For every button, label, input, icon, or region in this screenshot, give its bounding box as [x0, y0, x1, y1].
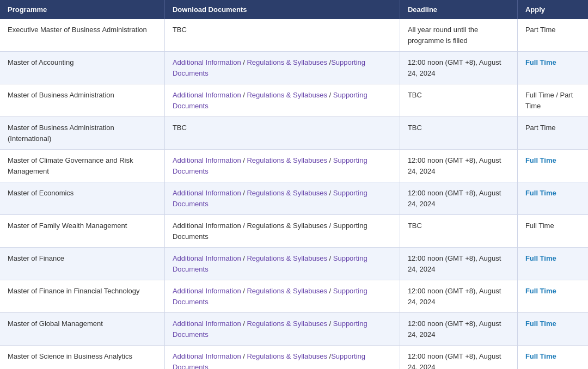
apply-label: Full Time: [525, 319, 556, 328]
table-row: Master of Science in Business AnalyticsA…: [0, 346, 588, 370]
cell-deadline: All year round until the programme is fi…: [400, 19, 517, 52]
table-row: Executive Master of Business Administrat…: [0, 19, 588, 52]
cell-deadline: 12:00 noon (GMT +8), August 24, 2024: [400, 313, 517, 346]
cell-apply: Full Time: [517, 248, 588, 280]
cell-deadline: 12:00 noon (GMT +8), August 24, 2024: [400, 248, 517, 280]
apply-label: Full Time: [525, 58, 556, 66]
document-link[interactable]: Additional Information: [173, 287, 241, 295]
document-link[interactable]: Regulations & Syllabuses: [247, 352, 327, 360]
cell-documents: Additional Information / Regulations & S…: [164, 52, 400, 84]
document-link[interactable]: Regulations & Syllabuses: [247, 58, 327, 66]
cell-deadline: TBC: [400, 117, 517, 150]
document-link[interactable]: Regulations & Syllabuses: [247, 91, 327, 99]
apply-label: Full Time / Part Time: [525, 91, 573, 110]
cell-apply: Full Time: [517, 280, 588, 313]
cell-programme: Master of Science in Business Analytics: [0, 346, 164, 370]
cell-apply: Full Time: [517, 52, 588, 84]
main-table-wrapper: Programme Download Documents Deadline Ap…: [0, 0, 588, 369]
cell-deadline: 12:00 noon (GMT +8), August 24, 2024: [400, 150, 517, 182]
apply-label: Full Time: [525, 222, 554, 230]
cell-documents: Additional Information / Regulations & S…: [164, 280, 400, 313]
document-link[interactable]: Additional Information: [173, 254, 241, 262]
doc-separator: /: [241, 319, 247, 328]
table-header-row: Programme Download Documents Deadline Ap…: [0, 0, 588, 19]
doc-separator: /: [241, 58, 247, 66]
cell-deadline: 12:00 noon (GMT +8), August 24, 2024: [400, 280, 517, 313]
cell-documents: Additional Information / Regulations & S…: [164, 346, 400, 370]
cell-deadline: 12:00 noon (GMT +8), August 24, 2024: [400, 182, 517, 215]
document-link[interactable]: Regulations & Syllabuses: [247, 189, 327, 197]
header-programme: Programme: [0, 0, 164, 19]
cell-apply: Part Time: [517, 117, 588, 150]
document-link[interactable]: Additional Information: [173, 91, 241, 99]
doc-separator: /: [327, 222, 333, 230]
cell-deadline: TBC: [400, 215, 517, 248]
cell-programme: Master of Business Administration (Inter…: [0, 117, 164, 150]
cell-programme: Master of Climate Governance and Risk Ma…: [0, 150, 164, 182]
cell-apply: Part Time: [517, 19, 588, 52]
cell-apply: Full Time: [517, 150, 588, 182]
header-download: Download Documents: [164, 0, 400, 19]
doc-separator: /: [327, 189, 333, 197]
doc-separator: /: [241, 189, 247, 197]
cell-documents: Additional Information / Regulations & S…: [164, 182, 400, 215]
cell-programme: Master of Economics: [0, 182, 164, 215]
doc-separator: /: [241, 254, 247, 262]
cell-documents: TBC: [164, 117, 400, 150]
document-link[interactable]: Regulations & Syllabuses: [247, 287, 327, 295]
cell-programme: Master of Accounting: [0, 52, 164, 84]
cell-apply: Full Time: [517, 313, 588, 346]
programmes-table: Programme Download Documents Deadline Ap…: [0, 0, 588, 369]
document-link[interactable]: Regulations & Syllabuses: [247, 156, 327, 164]
table-row: Master of FinanceAdditional Information …: [0, 248, 588, 280]
document-link[interactable]: Additional Information: [173, 58, 241, 66]
cell-documents: Additional Information / Regulations & S…: [164, 215, 400, 248]
doc-separator: /: [241, 156, 247, 164]
document-link[interactable]: Additional Information: [173, 352, 241, 360]
doc-separator: /: [327, 254, 333, 262]
cell-programme: Master of Business Administration: [0, 84, 164, 117]
document-link[interactable]: Additional Information: [173, 156, 241, 164]
cell-programme: Master of Global Management: [0, 313, 164, 346]
cell-deadline: 12:00 noon (GMT +8), August 24, 2024: [400, 346, 517, 370]
document-link[interactable]: Additional Information: [173, 189, 241, 197]
apply-label: Full Time: [525, 156, 556, 164]
cell-documents: Additional Information / Regulations & S…: [164, 313, 400, 346]
cell-apply: Full Time: [517, 215, 588, 248]
table-row: Master of Family Wealth ManagementAdditi…: [0, 215, 588, 248]
cell-documents: TBC: [164, 19, 400, 52]
cell-deadline: TBC: [400, 84, 517, 117]
doc-separator: /: [241, 222, 247, 230]
doc-separator: /: [241, 352, 247, 360]
cell-documents: Additional Information / Regulations & S…: [164, 84, 400, 117]
apply-label: Part Time: [525, 26, 556, 34]
apply-label: Part Time: [525, 124, 556, 132]
table-row: Master of Finance in Financial Technolog…: [0, 280, 588, 313]
cell-documents: Additional Information / Regulations & S…: [164, 248, 400, 280]
document-link[interactable]: Additional Information: [173, 319, 241, 328]
apply-label: Full Time: [525, 254, 556, 262]
header-deadline: Deadline: [400, 0, 517, 19]
cell-programme: Executive Master of Business Administrat…: [0, 19, 164, 52]
cell-apply: Full Time: [517, 182, 588, 215]
doc-separator: /: [327, 319, 333, 328]
cell-programme: Master of Finance: [0, 248, 164, 280]
table-row: Master of Business Administration (Inter…: [0, 117, 588, 150]
cell-deadline: 12:00 noon (GMT +8), August 24, 2024: [400, 52, 517, 84]
apply-label: Full Time: [525, 189, 556, 197]
doc-separator: /: [241, 287, 247, 295]
doc-separator: /: [327, 91, 333, 99]
cell-apply: Full Time / Part Time: [517, 84, 588, 117]
table-row: Master of AccountingAdditional Informati…: [0, 52, 588, 84]
doc-separator: Regulations & Syllabuses: [247, 222, 327, 230]
document-link[interactable]: Regulations & Syllabuses: [247, 254, 327, 262]
doc-separator: /: [327, 156, 333, 164]
cell-programme: Master of Family Wealth Management: [0, 215, 164, 248]
table-row: Master of Climate Governance and Risk Ma…: [0, 150, 588, 182]
header-apply: Apply: [517, 0, 588, 19]
document-link[interactable]: Regulations & Syllabuses: [247, 319, 327, 328]
doc-separator: Additional Information: [173, 222, 241, 230]
doc-separator: /: [241, 91, 247, 99]
table-row: Master of EconomicsAdditional Informatio…: [0, 182, 588, 215]
doc-separator: /: [327, 287, 333, 295]
